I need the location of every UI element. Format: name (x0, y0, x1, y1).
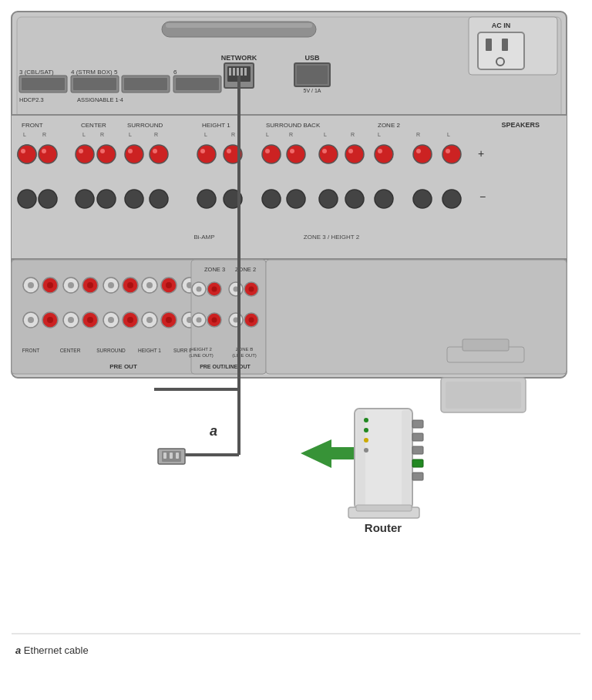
svg-rect-29 (244, 68, 247, 76)
svg-point-166 (212, 318, 217, 323)
bi-amp-label: Bi-AMP (193, 234, 214, 241)
svg-point-69 (290, 149, 294, 153)
svg-point-60 (150, 145, 168, 163)
svg-text:L: L (324, 132, 327, 137)
svg-point-63 (200, 149, 205, 153)
svg-point-61 (153, 149, 157, 153)
svg-rect-31 (297, 66, 328, 84)
svg-point-198 (364, 428, 368, 432)
usb-label: USB (304, 54, 320, 62)
svg-point-85 (125, 190, 143, 208)
svg-text:3 (CBL/SAT): 3 (CBL/SAT) (19, 69, 54, 76)
svg-point-81 (18, 190, 36, 208)
svg-rect-195 (412, 459, 423, 467)
main-diagram: AC IN 3 (CBL/SAT) 4 (STRM BOX) 5 6 HDCP2… (0, 0, 592, 663)
svg-point-130 (108, 317, 114, 323)
zone2-label: ZONE 2 (378, 122, 400, 129)
svg-text:R: R (231, 132, 235, 137)
caption-text: a Ethernet cable (15, 644, 89, 656)
surround-back-label: SURROUND BACK (266, 122, 321, 129)
svg-text:HEIGHT 2: HEIGHT 2 (190, 347, 212, 352)
svg-rect-7 (486, 39, 492, 51)
svg-rect-12 (22, 78, 65, 90)
svg-point-50 (18, 145, 36, 163)
router-label: Router (365, 521, 402, 534)
svg-point-94 (413, 190, 432, 208)
svg-point-77 (416, 149, 421, 153)
svg-rect-192 (412, 420, 423, 428)
svg-text:R: R (289, 132, 293, 137)
svg-rect-6 (478, 32, 524, 69)
svg-rect-193 (412, 433, 423, 441)
svg-point-72 (345, 145, 364, 163)
svg-text:L: L (82, 132, 86, 137)
ac-in-label: AC IN (492, 22, 511, 29)
svg-point-136 (166, 317, 172, 323)
svg-point-104 (68, 282, 74, 288)
svg-point-158 (212, 287, 217, 292)
svg-point-84 (97, 190, 116, 208)
svg-text:R: R (100, 132, 104, 137)
svg-text:6: 6 (173, 69, 177, 76)
svg-point-68 (287, 145, 305, 163)
svg-rect-185 (163, 453, 166, 459)
svg-text:L: L (23, 132, 26, 137)
svg-point-89 (262, 190, 281, 208)
svg-point-114 (166, 282, 172, 288)
svg-point-56 (97, 145, 116, 163)
usb-spec-label: 5V / 1A (304, 88, 321, 93)
svg-point-55 (79, 149, 83, 153)
svg-text:CENTER: CENTER (60, 348, 81, 353)
svg-point-75 (378, 149, 382, 153)
svg-point-156 (197, 287, 202, 292)
speakers-label: SPEAKERS (501, 121, 540, 129)
svg-rect-190 (356, 410, 365, 507)
svg-point-54 (76, 145, 94, 163)
surround-label: SURROUND (127, 122, 163, 129)
pre-out-label: PRE OUT (109, 363, 137, 370)
svg-point-78 (442, 145, 461, 163)
svg-text:L: L (129, 132, 132, 137)
svg-point-199 (364, 438, 368, 443)
svg-text:HDCP2.3: HDCP2.3 (19, 96, 44, 103)
svg-point-66 (262, 145, 281, 163)
svg-text:L: L (266, 132, 269, 137)
svg-point-74 (375, 145, 393, 163)
svg-point-67 (265, 149, 270, 153)
svg-point-82 (39, 190, 57, 208)
svg-text:FRONT: FRONT (22, 348, 39, 353)
svg-text:ASSIGNABLE 1·4: ASSIGNABLE 1·4 (77, 96, 123, 103)
svg-point-110 (127, 282, 133, 288)
svg-rect-196 (412, 473, 423, 480)
zone3-height2-label: ZONE 3 / HEIGHT 2 (304, 234, 360, 241)
svg-text:HEIGHT 1: HEIGHT 1 (138, 348, 161, 353)
svg-point-108 (108, 282, 114, 288)
svg-point-170 (249, 318, 254, 323)
svg-rect-28 (240, 68, 243, 76)
svg-point-57 (100, 149, 105, 153)
svg-point-65 (227, 149, 231, 153)
svg-point-200 (364, 448, 368, 453)
svg-rect-17 (124, 78, 167, 90)
svg-point-164 (197, 318, 202, 323)
svg-text:L: L (447, 132, 450, 137)
svg-point-132 (127, 317, 133, 323)
svg-point-83 (76, 190, 94, 208)
svg-rect-186 (170, 453, 173, 459)
svg-text:R: R (154, 132, 158, 137)
svg-point-124 (47, 317, 53, 323)
svg-rect-32 (12, 114, 567, 116)
svg-point-134 (146, 317, 153, 323)
front-label: FRONT (22, 122, 43, 129)
svg-point-79 (446, 149, 450, 153)
svg-point-126 (68, 317, 74, 323)
svg-rect-177 (462, 339, 509, 351)
svg-rect-187 (176, 453, 179, 459)
svg-point-90 (287, 190, 305, 208)
svg-point-112 (146, 282, 153, 288)
svg-point-91 (319, 190, 338, 208)
svg-rect-191 (402, 410, 411, 507)
svg-point-58 (125, 145, 143, 163)
svg-point-87 (197, 190, 216, 208)
cable-label-a: a (210, 423, 217, 439)
